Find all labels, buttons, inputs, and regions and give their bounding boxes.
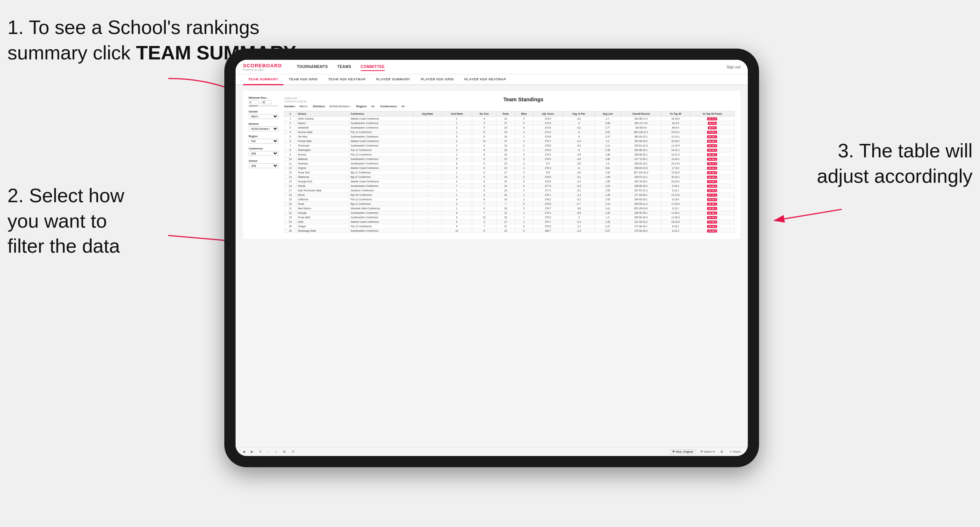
- filter-gender-label: Gender: [249, 110, 278, 113]
- sub-nav-team-h2h-heatmap[interactable]: TEAM H2H HEATMAP: [323, 75, 371, 85]
- col-overall-record[interactable]: Overall Record: [620, 111, 661, 117]
- toolbar-watch[interactable]: 👁 Watch ▾: [699, 449, 716, 454]
- table-row: 15Georgia TechAtlantic Coast Conference-…: [285, 179, 735, 184]
- table-row: 2AuburnSoutheastern Conference-19276273.…: [285, 121, 735, 125]
- table-row: 4Arizona StatePac-12 Conference-18264274…: [285, 130, 735, 135]
- table-row: 18IllinoisBig Ten Conference-18231279.1-…: [285, 193, 735, 197]
- col-no-tour[interactable]: No Tour: [472, 111, 496, 117]
- nav-tournaments[interactable]: TOURNAMENTS: [297, 63, 328, 71]
- table-row: 20TexasBig 12 Conference-3770278.80.71.4…: [285, 202, 735, 206]
- col-rnds[interactable]: Rnds: [496, 111, 515, 117]
- toolbar-grid[interactable]: ⊞: [719, 449, 725, 454]
- toolbar-forward[interactable]: ▶: [250, 449, 255, 454]
- table-row: 6Florida StateAtlantic Coast Conference-…: [285, 139, 735, 143]
- table-row: 21New MexicoMountain West Conference-182…: [285, 206, 735, 211]
- filter-region: Region N/A All East West South Midwest: [249, 135, 278, 143]
- table-row: 12VirginiaAtlantic Coast Conference-3824…: [285, 166, 735, 170]
- filter-gender-select[interactable]: Men's Women's: [249, 114, 278, 119]
- table-row: 14OklahomaBig 12 Conference-29242276.9-5…: [285, 175, 735, 179]
- filter-min-rank-min[interactable]: [249, 100, 259, 104]
- filter-min-rank: Minimum Rou... -: [249, 97, 278, 106]
- table-row: 17East Tennessee StateSouthern Conferenc…: [285, 188, 735, 193]
- table-row: 23Texas A&MSoutheastern Conference-91030…: [285, 215, 735, 220]
- gender-filter-label: Gender: Men's: [284, 105, 307, 108]
- toolbar-clock[interactable]: ⏱: [290, 449, 296, 454]
- division-filter-label: Division: NCAA Division I: [313, 105, 350, 108]
- col-conf-rank[interactable]: Conf Rank: [442, 111, 472, 117]
- filter-region-label: Region: [249, 135, 278, 138]
- table-row: 26Mississippi StateSoutheastern Conferen…: [285, 229, 735, 233]
- annotation-3-line1: 3. The table will: [838, 140, 972, 162]
- col-adj-score[interactable]: Adj. Score: [533, 111, 563, 117]
- col-vs-top-25[interactable]: Vs Top 25: [661, 111, 690, 117]
- toolbar-share2[interactable]: ↑: [266, 449, 271, 454]
- standings-table: # School Conference Avg Rank Conf Rank N…: [284, 111, 735, 233]
- sub-nav-player-h2h-heatmap[interactable]: PLAYER H2H HEATMAP: [459, 75, 512, 85]
- sub-nav-player-h2h-grid[interactable]: PLAYER H2H GRID: [415, 75, 459, 85]
- view-original-button[interactable]: 👁 View: Original: [670, 449, 696, 454]
- col-avg-rank[interactable]: Avg Rank: [413, 111, 442, 117]
- toolbar-share[interactable]: ↗ Share: [728, 449, 742, 454]
- nav-committee[interactable]: COMMITTEE: [361, 63, 385, 71]
- table-row: 22GeorgiaSoutheastern Conference-8721127…: [285, 211, 735, 215]
- table-row: 25OregonPac-12 Conference-97210279.5-1.1…: [285, 224, 735, 229]
- toolbar-back[interactable]: ◀: [241, 449, 247, 454]
- table-row: 13Texas TechBig 12 Conference-19272276-3…: [285, 170, 735, 175]
- view-icon: 👁: [672, 450, 675, 453]
- filter-division-label: Division: [249, 122, 278, 125]
- filter-min-rank-max[interactable]: [261, 100, 272, 104]
- sidebar-filters: Minimum Rou... - Gender Men: [249, 97, 278, 233]
- col-avg-low[interactable]: Avg Low: [595, 111, 620, 117]
- nav-bar: SCOREBOARD Powered by clippi TOURNAMENTS…: [235, 60, 748, 75]
- col-wins[interactable]: Wins: [515, 111, 533, 117]
- col-avg-to-par[interactable]: Avg. to Par: [563, 111, 595, 117]
- bottom-toolbar: ◀ ▶ ↺ ↑ □ ⊞ ⏱ 👁 View: Original 👁 Watch ▾…: [235, 447, 748, 456]
- col-rank[interactable]: #: [285, 111, 296, 117]
- table-row: 8WashingtonPac-12 Conference-28231276.3-…: [285, 148, 735, 152]
- table-row: 19CaliforniaPac-12 Conference-48242278.2…: [285, 197, 735, 202]
- toolbar-reload[interactable]: ↺: [258, 449, 263, 454]
- table-header: Update time: 27/03/2024 16:56:26 Team St…: [284, 97, 735, 108]
- table-row: 16FloridaSoutheastern Conference-7924427…: [285, 184, 735, 188]
- region-filter-label: Region: All: [356, 105, 374, 108]
- annotation-2: 2. Select how you want to filter the dat…: [8, 183, 124, 259]
- logo-text: SCOREBOARD: [243, 63, 282, 68]
- sign-out-button[interactable]: Sign out: [727, 65, 740, 69]
- annotation-2-line3: filter the data: [8, 235, 120, 257]
- table-area: Update time: 27/03/2024 16:56:26 Team St…: [284, 97, 735, 233]
- update-time: Update time: 27/03/2024 16:56:26: [284, 97, 307, 103]
- filter-summary-row: Gender: Men's Division: NCAA Division I …: [284, 105, 735, 108]
- annotation-1-line2: summary click: [8, 42, 136, 63]
- annotation-2-line1: 2. Select how: [8, 185, 124, 206]
- filter-conference: Conference (All): [249, 147, 278, 156]
- filter-division: Division NCAA Division I NCAA Division I…: [249, 122, 278, 131]
- col-vs-top-50[interactable]: Vs Top 50 Points: [690, 111, 734, 117]
- filter-min-rank-label: Minimum Rou...: [249, 97, 278, 99]
- table-row: 7TennesseeSoutheastern Conference-461822…: [285, 143, 735, 148]
- tablet-screen: SCOREBOARD Powered by clippi TOURNAMENTS…: [235, 60, 748, 456]
- conference-filter-label: Conference: All: [380, 105, 404, 108]
- filter-min-rank-inputs: -: [249, 100, 278, 104]
- col-conference[interactable]: Conference: [349, 111, 414, 117]
- sub-nav: TEAM SUMMARY TEAM H2H GRID TEAM H2H HEAT…: [235, 75, 748, 85]
- annotation-2-line2: you want to: [8, 210, 107, 232]
- filter-division-select[interactable]: NCAA Division I NCAA Division II NCAA Di…: [249, 126, 278, 131]
- toolbar-tab[interactable]: ⊞: [282, 449, 287, 454]
- table-row: 9ArizonaPac-12 Conference-28234276.2-4.6…: [285, 152, 735, 157]
- sub-nav-team-h2h-grid[interactable]: TEAM H2H GRID: [283, 75, 323, 85]
- toolbar-bookmark[interactable]: □: [274, 449, 278, 454]
- sub-nav-team-summary[interactable]: TEAM SUMMARY: [243, 75, 283, 85]
- main-panel: Minimum Rou... - Gender Men: [243, 91, 740, 239]
- content-area: Minimum Rou... - Gender Men: [235, 85, 748, 447]
- col-school[interactable]: School: [296, 111, 349, 117]
- filter-min-rank-slider[interactable]: [249, 105, 278, 106]
- annotation-3: 3. The table will adjust accordingly: [817, 138, 972, 189]
- filter-school-select[interactable]: (All): [249, 163, 278, 168]
- filter-region-select[interactable]: N/A All East West South Midwest: [249, 139, 278, 143]
- nav-items: TOURNAMENTS TEAMS COMMITTEE: [297, 63, 715, 71]
- table-row: 10AlabamaSoutheastern Conference-5823327…: [285, 157, 735, 162]
- sub-nav-player-summary[interactable]: PLAYER SUMMARY: [371, 75, 415, 85]
- filter-conference-select[interactable]: (All): [249, 151, 278, 156]
- nav-teams[interactable]: TEAMS: [337, 63, 352, 71]
- annotation-1-line1: 1. To see a School's rankings: [8, 16, 259, 38]
